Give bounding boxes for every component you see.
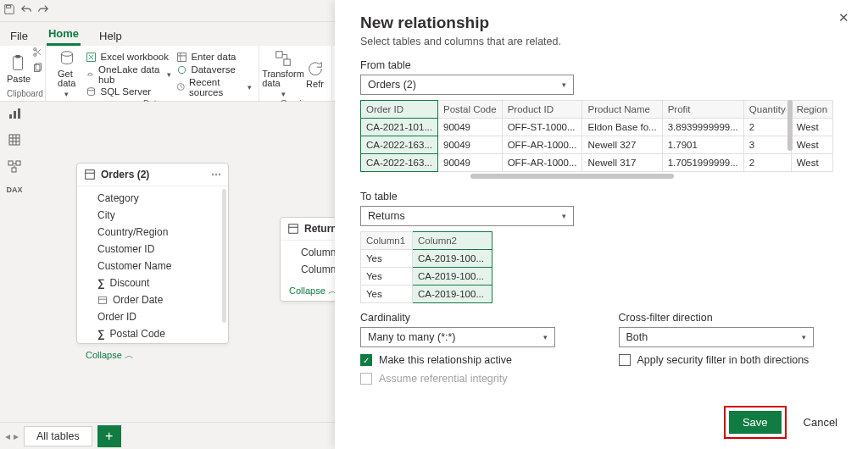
orders-more-icon[interactable]: ⋯	[211, 169, 221, 180]
paste-label: Paste	[7, 75, 31, 84]
svg-rect-16	[14, 111, 16, 119]
onelake-button[interactable]: OneLake data hub ▾	[86, 64, 171, 85]
cardinality-label: Cardinality	[360, 312, 593, 324]
svg-rect-17	[18, 108, 20, 119]
cancel-button[interactable]: Cancel	[798, 415, 843, 430]
svg-rect-14	[284, 59, 290, 65]
tab-help[interactable]: Help	[97, 26, 124, 46]
from-table-label: From table	[360, 59, 851, 71]
all-tables-tab[interactable]: All tables	[24, 426, 92, 446]
page-prev-icon[interactable]: ◂	[5, 430, 10, 442]
field-category[interactable]: Category	[92, 190, 228, 207]
redo-icon[interactable]	[37, 3, 49, 18]
undo-icon[interactable]	[20, 3, 32, 18]
cross-filter-label: Cross-filter direction	[619, 312, 852, 324]
field-country[interactable]: Country/Region	[92, 224, 228, 241]
from-table-preview: Order IDPostal CodeProduct IDProduct Nam…	[360, 100, 833, 172]
field-city[interactable]: City	[92, 207, 228, 224]
svg-point-11	[179, 66, 186, 73]
orders-scrollbar[interactable]	[222, 189, 226, 323]
get-data-button[interactable]: Get data▾	[53, 49, 81, 99]
transform-data-button[interactable]: Transform data▾	[266, 49, 300, 99]
save-button[interactable]: Save	[729, 411, 782, 434]
svg-rect-2	[15, 55, 19, 58]
referential-checkbox: Assume referential integrity	[360, 373, 593, 385]
tab-home[interactable]: Home	[47, 24, 81, 46]
enter-data-button[interactable]: Enter data	[176, 52, 252, 63]
refresh-button[interactable]: Refr	[305, 59, 325, 89]
active-checkbox[interactable]: ✓Make this relationship active	[360, 354, 593, 366]
from-preview-vscroll[interactable]	[787, 100, 793, 151]
save-icon[interactable]	[3, 3, 15, 18]
field-postal-code[interactable]: ∑Postal Code	[92, 325, 228, 342]
orders-table-card[interactable]: Orders (2)⋯ Category City Country/Region…	[76, 163, 229, 344]
paste-button[interactable]: Paste	[7, 54, 31, 84]
copy-icon[interactable]	[32, 63, 43, 74]
svg-rect-18	[9, 135, 19, 145]
group-clipboard-label: Clipboard	[7, 89, 38, 99]
excel-workbook-button[interactable]: Excel workbook	[86, 52, 171, 63]
transform-label: Transform data	[262, 69, 304, 88]
dialog-subtitle: Select tables and columns that are relat…	[360, 36, 851, 47]
svg-rect-0	[7, 6, 11, 8]
cut-icon[interactable]	[32, 47, 43, 58]
cardinality-select[interactable]: Many to many (*:*)▾	[360, 327, 555, 347]
report-view-icon[interactable]	[8, 107, 21, 123]
page-next-icon[interactable]: ▸	[14, 430, 19, 442]
svg-rect-20	[16, 161, 20, 165]
get-data-label: Get data	[58, 69, 75, 88]
new-relationship-dialog: ✕ New relationship Select tables and col…	[335, 0, 868, 449]
to-table-select[interactable]: Returns▾	[360, 206, 574, 226]
cross-filter-select[interactable]: Both▾	[619, 327, 814, 347]
svg-point-9	[88, 87, 95, 90]
dax-view-icon[interactable]: DAX	[6, 186, 22, 194]
svg-rect-23	[99, 297, 107, 303]
dialog-close-icon[interactable]: ✕	[838, 10, 849, 25]
field-discount[interactable]: ∑Discount	[92, 274, 228, 291]
model-view-icon[interactable]	[8, 159, 21, 175]
field-order-id[interactable]: Order ID	[92, 308, 228, 325]
recent-sources-button[interactable]: Recent sources ▾	[176, 77, 252, 97]
orders-collapse-button[interactable]: Collapse ︿	[77, 346, 228, 365]
field-order-date[interactable]: Order Date	[92, 291, 228, 308]
orders-title: Orders (2)	[101, 169, 149, 180]
svg-rect-22	[86, 170, 95, 180]
dataverse-button[interactable]: Dataverse	[176, 64, 252, 75]
add-tab-button[interactable]: +	[97, 425, 121, 447]
table-view-icon[interactable]	[8, 133, 21, 149]
svg-rect-19	[8, 161, 13, 165]
to-table-label: To table	[360, 191, 851, 202]
svg-rect-1	[14, 57, 23, 70]
tab-file[interactable]: File	[8, 26, 30, 46]
security-filter-checkbox[interactable]: Apply security filter in both directions	[619, 354, 852, 366]
svg-rect-24	[289, 224, 298, 234]
to-table-preview: Column1Column2 YesCA-2019-100... YesCA-2…	[360, 231, 492, 303]
svg-rect-13	[276, 52, 282, 58]
field-customer-id[interactable]: Customer ID	[92, 241, 228, 258]
from-table-select[interactable]: Orders (2)▾	[360, 75, 574, 95]
svg-point-7	[61, 52, 72, 57]
dialog-title: New relationship	[360, 14, 851, 32]
field-customer-name[interactable]: Customer Name	[92, 258, 228, 274]
from-preview-hscroll[interactable]	[470, 174, 674, 179]
svg-rect-15	[9, 114, 12, 119]
sql-server-button[interactable]: SQL Server	[86, 86, 171, 97]
svg-rect-21	[12, 168, 16, 172]
svg-rect-10	[178, 53, 186, 61]
